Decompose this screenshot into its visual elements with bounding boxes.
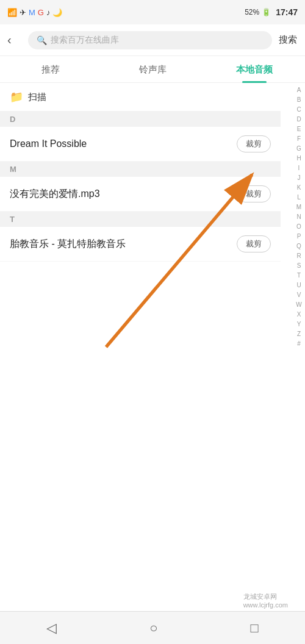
wifi-icon: 📶 bbox=[7, 8, 17, 17]
alpha-letter-X[interactable]: X bbox=[293, 310, 304, 320]
alpha-letter-S[interactable]: S bbox=[293, 261, 304, 271]
bottom-nav: ◁ ○ □ bbox=[0, 611, 305, 644]
alpha-letter-Q[interactable]: Q bbox=[293, 242, 304, 251]
alpha-letter-Y[interactable]: Y bbox=[293, 320, 304, 329]
google-icon: G bbox=[38, 8, 44, 17]
alpha-letter-M[interactable]: M bbox=[293, 202, 304, 212]
status-info-right: 52% 🔋 17:47 bbox=[245, 7, 298, 17]
cut-button-noperfect[interactable]: 裁剪 bbox=[237, 185, 271, 202]
battery-icon: 🔋 bbox=[262, 8, 271, 16]
alpha-letter-U[interactable]: U bbox=[293, 281, 304, 290]
tab-recommend[interactable]: 推荐 bbox=[0, 56, 102, 83]
search-input-wrap[interactable]: 🔍 搜索百万在线曲库 bbox=[28, 31, 272, 49]
battery-percent: 52% bbox=[245, 8, 259, 16]
alpha-letter-T[interactable]: T bbox=[293, 271, 304, 281]
alpha-letter-O[interactable]: O bbox=[293, 222, 304, 232]
music-icon: ♪ bbox=[46, 8, 51, 17]
alpha-letter-W[interactable]: W bbox=[293, 300, 304, 310]
alpha-letter-P[interactable]: P bbox=[293, 232, 304, 242]
moon-icon: 🌙 bbox=[52, 8, 62, 17]
alpha-letter-E[interactable]: E bbox=[293, 124, 304, 134]
alpha-letter-L[interactable]: L bbox=[293, 193, 304, 202]
search-placeholder: 搜索百万在线曲库 bbox=[51, 35, 119, 46]
home-nav-button[interactable]: ○ bbox=[149, 620, 157, 636]
section-header-d: D bbox=[0, 112, 281, 127]
alpha-letter-J[interactable]: J bbox=[293, 173, 304, 183]
alpha-letter-R[interactable]: R bbox=[293, 251, 304, 261]
folder-icon: 📁 bbox=[10, 90, 23, 104]
alpha-letter-Z[interactable]: Z bbox=[293, 329, 304, 339]
alpha-letter-#[interactable]: # bbox=[293, 339, 304, 349]
tab-ringtone[interactable]: 铃声库 bbox=[102, 56, 204, 83]
maps-icon: M bbox=[29, 8, 35, 17]
song-row: Dream It Possible 裁剪 bbox=[0, 127, 281, 162]
song-name-fetal: 胎教音乐 - 莫扎特胎教音乐 bbox=[10, 238, 237, 251]
back-button[interactable]: ‹ bbox=[7, 33, 22, 47]
alpha-letter-I[interactable]: I bbox=[293, 163, 304, 173]
airplane-icon: ✈ bbox=[20, 8, 26, 17]
alpha-letter-F[interactable]: F bbox=[293, 134, 304, 144]
main-content: 📁 扫描 D Dream It Possible 裁剪 M 没有完美的爱情.mp… bbox=[0, 83, 305, 611]
scan-row[interactable]: 📁 扫描 bbox=[0, 83, 281, 112]
alpha-letter-K[interactable]: K bbox=[293, 183, 304, 193]
search-icon: 🔍 bbox=[37, 35, 47, 45]
time-display: 17:47 bbox=[276, 7, 298, 17]
section-header-t: T bbox=[0, 212, 281, 227]
search-button[interactable]: 搜索 bbox=[278, 34, 298, 46]
alpha-letter-H[interactable]: H bbox=[293, 154, 304, 163]
alpha-letter-V[interactable]: V bbox=[293, 290, 304, 300]
alpha-letter-C[interactable]: C bbox=[293, 105, 304, 115]
tab-local-audio[interactable]: 本地音频 bbox=[203, 56, 305, 83]
alpha-letter-D[interactable]: D bbox=[293, 115, 304, 124]
section-header-m: M bbox=[0, 162, 281, 177]
cut-button-fetal[interactable]: 裁剪 bbox=[237, 235, 271, 252]
song-row: 没有完美的爱情.mp3 裁剪 bbox=[0, 177, 281, 212]
tabs-row: 推荐 铃声库 本地音频 bbox=[0, 56, 305, 83]
song-name-noperfect: 没有完美的爱情.mp3 bbox=[10, 188, 237, 201]
alpha-letter-B[interactable]: B bbox=[293, 95, 304, 105]
back-nav-button[interactable]: ◁ bbox=[46, 620, 57, 636]
alpha-letter-A[interactable]: A bbox=[293, 85, 304, 95]
alpha-letter-N[interactable]: N bbox=[293, 212, 304, 222]
alpha-letter-G[interactable]: G bbox=[293, 144, 304, 154]
song-row: 胎教音乐 - 莫扎特胎教音乐 裁剪 bbox=[0, 227, 281, 262]
recents-nav-button[interactable]: □ bbox=[251, 620, 259, 636]
status-bar: 📶 ✈ M G ♪ 🌙 52% 🔋 17:47 bbox=[0, 0, 305, 24]
cut-button-dream[interactable]: 裁剪 bbox=[237, 135, 271, 152]
status-icons-left: 📶 ✈ M G ♪ 🌙 bbox=[7, 8, 62, 17]
alphabet-sidebar: ABCDEFGHIJKLMNOPQRSTUVWXYZ# bbox=[293, 83, 305, 611]
search-bar-area: ‹ 🔍 搜索百万在线曲库 搜索 bbox=[0, 24, 305, 56]
scan-label: 扫描 bbox=[28, 91, 46, 103]
song-name-dream: Dream It Possible bbox=[10, 138, 237, 149]
song-list-area: 📁 扫描 D Dream It Possible 裁剪 M 没有完美的爱情.mp… bbox=[0, 83, 293, 611]
